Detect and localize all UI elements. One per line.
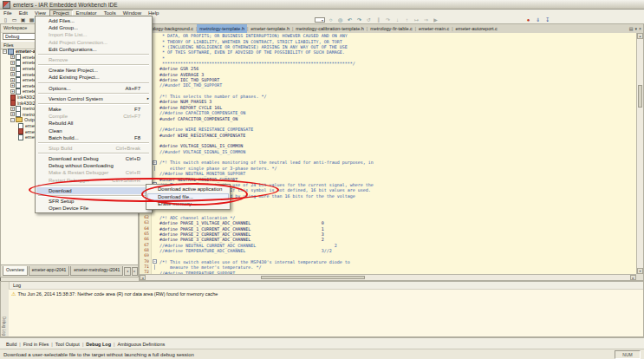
menu-item-stop-build[interactable]: Stop BuildCtrl+Break <box>36 145 151 152</box>
tree-expander-icon[interactable]: + <box>10 61 15 65</box>
navigate-forward-icon[interactable]: ↷ <box>355 17 363 23</box>
tree-expander-icon[interactable]: + <box>10 89 15 94</box>
menu-item-debug-without-downloading[interactable]: Debug without Downloading <box>36 162 151 169</box>
download-and-debug-icon[interactable]: ⇓ <box>534 17 542 23</box>
editor-tab-metrology-fir-table-c[interactable]: metrology-fir-table.c <box>368 24 415 33</box>
step-out-icon[interactable]: ↑ <box>403 17 411 23</box>
editor-vertical-scrollbar[interactable]: ▴ ▾ <box>636 33 643 274</box>
menu-item-make[interactable]: MakeF7 <box>36 106 151 113</box>
bottom-tab-ambiguous-definitions[interactable]: Ambiguous Definitions <box>115 342 168 347</box>
menu-item-make-restart-debugger[interactable]: Make & Restart DebuggerCtrl+R <box>36 169 151 176</box>
close-editor-icon[interactable]: × <box>639 24 641 33</box>
editor-windows-icon[interactable]: ▤ <box>629 24 634 33</box>
menu-item-add-group[interactable]: Add Group... <box>36 24 151 31</box>
menu-item-batch-build[interactable]: Batch build...F8 <box>36 134 151 141</box>
menu-item-version-control-system[interactable]: Version Control System▸ <box>36 95 151 102</box>
submenu-item-erase-memory[interactable]: Erase memory <box>147 200 229 208</box>
toolbar-combo[interactable]: ▾ <box>315 17 325 23</box>
num-lock-indicator: NUM <box>615 350 641 359</box>
break-icon[interactable]: ∥ <box>374 17 382 23</box>
workspace-tab-overview[interactable]: Overview <box>3 266 28 276</box>
tree-expander-icon[interactable]: − <box>10 118 15 122</box>
menu-item-download[interactable]: Download▸ <box>36 187 151 194</box>
menu-item-open-device-file[interactable]: Open Device File▸ <box>36 205 151 212</box>
tree-item-label: lnk430i2 <box>17 95 36 100</box>
editor-tab-emeter-autoreport-c[interactable]: emeter-autoreport.c <box>453 24 500 33</box>
next-statement-icon[interactable]: ↦ <box>413 17 420 23</box>
menu-item-remove[interactable]: Remove <box>36 56 151 63</box>
code-text: //#define NEUTRAL_CURRENT_ADC_CHANNEL 2 <box>159 243 337 248</box>
tree-expander-icon[interactable]: + <box>10 55 15 59</box>
fold-collapse-icon[interactable]: − <box>153 160 157 165</box>
step-over-icon[interactable]: ↷ <box>384 17 392 23</box>
menu-item-add-files[interactable]: Add Files... <box>36 17 151 24</box>
workspace-tab-emeter-metrology-i2041[interactable]: emeter-metrology-i2041 <box>70 266 123 276</box>
menu-item-rebuild-all[interactable]: Rebuild All <box>36 120 151 127</box>
tab-scroll-left-icon[interactable]: ◂ <box>124 267 130 276</box>
app-icon <box>3 1 10 9</box>
menu-item-create-new-project[interactable]: Create New Project... <box>36 67 151 74</box>
menu-item-download-and-debug[interactable]: Download and DebugCtrl+D <box>36 155 151 162</box>
menu-item-shortcut: F8 <box>134 135 148 140</box>
replace-icon[interactable]: ◎ <box>336 17 344 23</box>
editor-tab-metrology-calibration-template-h[interactable]: metrology-calibration-template.h <box>293 24 367 33</box>
code-text: * DATA, OR PROFITS; OR BUSINESS INTERRUP… <box>159 33 348 38</box>
fold-collapse-icon[interactable]: − <box>153 259 157 264</box>
debug-without-downloading-icon[interactable]: ↧ <box>543 17 551 23</box>
breakpoint-toggle-icon[interactable]: ● <box>524 17 532 23</box>
scroll-down-icon[interactable]: ▾ <box>637 268 643 274</box>
menu-item-label: Clean <box>49 128 62 134</box>
code-editor[interactable]: 29 * DATA, OR PROFITS; OR BUSINESS INTER… <box>140 33 636 274</box>
menu-item-add-project-connection[interactable]: Add Project Connection... <box>36 39 151 46</box>
menu-item-label: Import File List... <box>49 32 87 37</box>
menu-item-options[interactable]: Options...Alt+F7 <box>36 85 151 92</box>
bottom-tab-tool-output[interactable]: Tool Output <box>53 342 82 347</box>
run-to-cursor-icon[interactable]: ⇒ <box>422 17 430 23</box>
submenu-item-download-file[interactable]: Download file... <box>147 193 229 201</box>
menubar-item-edit[interactable]: Edit <box>16 10 31 16</box>
menu-item-add-existing-project[interactable]: Add Existing Project... <box>36 74 151 81</box>
tree-expander-icon[interactable]: + <box>10 107 15 111</box>
tab-list-icon[interactable]: ▾ <box>635 24 638 33</box>
editor-tab-metrology-template-h[interactable]: metrology-template.h <box>197 24 247 33</box>
menu-item-edit-configurations[interactable]: Edit Configurations... <box>36 46 151 53</box>
tree-expander-icon[interactable]: + <box>10 67 15 71</box>
editor-tab-emeter-template-h[interactable]: emeter-template.h <box>248 24 292 33</box>
menu-item-sfr-setup[interactable]: SFR Setup <box>36 198 151 205</box>
menu-item-compile[interactable]: CompileCtrl+F7 <box>36 113 151 120</box>
workspace-tab-emeter-app-i2041[interactable]: emeter-app-i2041 <box>29 266 69 276</box>
toolbar-debug-group: ▾○◎↶↷↺∥↷↓↑↦⇒▶●⇓↧ <box>315 17 551 23</box>
tree-expander-icon[interactable]: + <box>10 112 15 116</box>
editor-tab-emeter-main-c[interactable]: emeter-main.c <box>416 24 452 33</box>
scroll-up-icon[interactable]: ▴ <box>637 33 643 39</box>
save-icon[interactable]: ▣ <box>19 17 27 23</box>
open-file-icon[interactable]: ▭ <box>10 17 18 23</box>
bottom-tab-build[interactable]: Build <box>3 342 19 347</box>
scroll-left-icon[interactable]: ◂ <box>140 275 146 280</box>
reset-icon[interactable]: ↺ <box>365 17 373 23</box>
vertical-scroll-thumb[interactable] <box>638 85 642 108</box>
tab-scroll-right-icon[interactable]: ▸ <box>132 267 138 276</box>
submenu-item-download-active-application[interactable]: Download active application <box>147 186 229 193</box>
bottom-tab-debug-log[interactable]: Debug Log <box>83 342 114 347</box>
tree-expander-icon[interactable]: + <box>10 72 15 76</box>
menu-item-import-file-list[interactable]: Import File List... <box>36 31 151 38</box>
bottom-tab-find-in-files[interactable]: Find in Files <box>21 342 52 347</box>
tree-expander-icon[interactable]: + <box>10 78 15 82</box>
menu-item-clean[interactable]: Clean <box>36 127 151 134</box>
tree-expander-icon[interactable]: − <box>3 49 7 54</box>
navigate-back-icon[interactable]: ↶ <box>346 17 354 23</box>
scroll-right-icon[interactable]: ▸ <box>630 275 636 280</box>
menubar-item-file[interactable]: File <box>0 10 16 16</box>
log-content[interactable]: ⚠ Thu Jun 26, 2014 15:38:37: Neither cod… <box>9 289 643 336</box>
menu-item-shortcut: Alt+F7 <box>125 86 148 91</box>
editor-horizontal-scrollbar[interactable]: ◂ ▸ <box>140 274 636 280</box>
menu-item-restart-debugger[interactable]: Restart DebuggerCtrl+Shift+R <box>36 177 151 184</box>
go-icon[interactable]: ▶ <box>432 17 439 23</box>
code-text: #define VOLTAGE_SIGNAL_IS_COMMON <box>159 143 243 148</box>
find-icon[interactable]: ○ <box>327 17 335 23</box>
horizontal-scroll-thumb[interactable] <box>261 276 365 279</box>
new-document-icon[interactable]: ▯ <box>2 17 10 23</box>
step-into-icon[interactable]: ↓ <box>394 17 401 23</box>
tree-expander-icon[interactable]: + <box>10 83 15 88</box>
